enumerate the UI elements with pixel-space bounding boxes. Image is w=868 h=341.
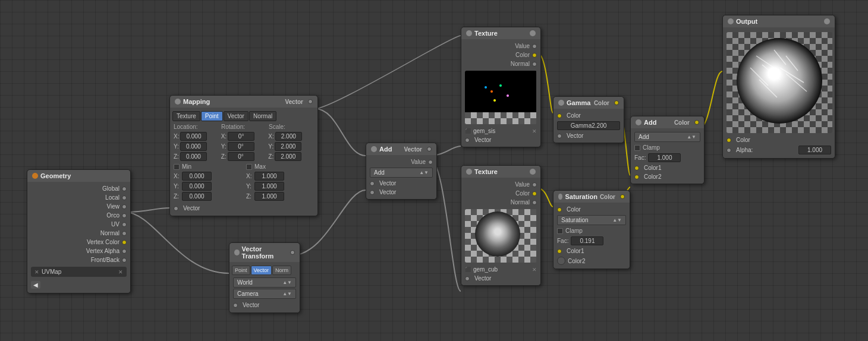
tex2-value-label: Value [515,181,530,188]
scale-y-input[interactable] [275,142,301,151]
tex2-normal-label: Normal [511,199,530,206]
tab-vector[interactable]: Vector [224,111,249,121]
add2-color2-socket [634,175,639,179]
saturation-body: Color Saturation ▲▼ Clamp Fac: Color1 Co… [553,203,630,269]
output-body: Color Alpha: [723,27,835,158]
mapping-vector-in-socket [174,206,178,211]
min-z-input[interactable] [182,192,212,201]
mapping-tabs: Texture Point Vector Normal [170,110,317,122]
output-color-label: Color [736,137,750,143]
add2-dropdown[interactable]: Add ▲▼ [634,132,700,142]
sat-dropdown[interactable]: Saturation ▲▼ [557,215,626,225]
output-alpha-socket [727,148,731,153]
max-checkbox[interactable] [246,164,252,170]
output-title: Output [736,18,757,25]
add2-body: Add ▲▼ Clamp Fac: Color1 Color2 [631,128,704,184]
add1-dropdown[interactable]: Add ▲▼ [370,168,433,178]
add2-color-out-socket [694,120,699,125]
uvmap-icon: ✕ [34,269,39,275]
sat-clamp-row: Clamp [553,226,630,235]
rot-z-input[interactable] [228,152,254,161]
max-y-input[interactable] [254,182,284,191]
sat-color-out-socket [620,194,625,199]
min-x-lbl: X: [174,173,181,179]
tab-normal[interactable]: Normal [249,111,276,121]
tex1-name: gem_sis [473,128,495,134]
uv-row: UV [27,220,130,229]
min-y-input[interactable] [182,182,212,191]
loc-z-input[interactable] [180,152,207,161]
scale-x-input[interactable] [275,132,302,141]
vertex-alpha-row: Vertex Alpha [27,247,130,255]
rot-x-input[interactable] [228,132,254,141]
gamma-color-in-socket [557,113,562,118]
tab-texture[interactable]: Texture [172,111,200,121]
gamma-header: Gamma Color [553,97,624,109]
add2-clamp-checkbox[interactable] [634,145,640,151]
location-header: Location: [174,124,219,130]
tex2-close-btn[interactable]: ✕ [532,267,537,273]
uvmap-close[interactable]: ✕ [118,269,123,275]
sat-color-out-label: Color [600,194,615,200]
vt-norm-btn[interactable]: Norm [272,266,291,275]
vt-vector-btn[interactable]: Vector [251,266,272,275]
tex2-color-socket [532,191,537,196]
rot-y-input[interactable] [228,142,254,151]
loc-y-input[interactable] [180,142,207,151]
add1-title: Add [379,146,392,153]
max-x-input[interactable] [254,172,284,181]
max-y-lbl: Y: [246,183,253,190]
min-x-input[interactable] [182,172,212,181]
mapping-node: Mapping Vector Texture Point Vector Norm… [169,95,318,216]
gamma-value-input[interactable] [557,121,620,130]
vt-from-dropdown[interactable]: World ▲▼ [233,277,296,288]
uvmap-value: UVMap [42,269,61,275]
add2-color2-label: Color2 [644,173,661,180]
sat-toggle[interactable] [557,257,565,265]
scale-header: Scale: [269,124,314,130]
uvmap-prev: ◀ [31,281,40,289]
saturation-node: Saturation Color Color Saturation ▲▼ Cla… [553,190,630,269]
scale-z-input[interactable] [275,152,301,161]
orco-socket [122,213,127,218]
texture2-node: Texture Value Color Normal ⬛ gem_cub ✕ V… [461,165,541,286]
output-alpha-input[interactable] [798,146,831,154]
sat-clamp-checkbox[interactable] [557,228,563,234]
texture1-node: Texture Value Color Normal ⬛ gem_sis ✕ V… [461,27,541,147]
tex1-close-btn[interactable]: ✕ [532,128,537,134]
saturation-header: Saturation Color [553,191,630,203]
tex2-close[interactable] [530,169,536,175]
add1-dropdown-value: Add [374,169,385,176]
texture2-body: Value Color Normal ⬛ gem_cub ✕ Vector [461,178,540,285]
vt-point-btn[interactable]: Point [232,266,250,275]
vt-vector-in-socket [233,303,238,308]
normal-row: Normal [27,229,130,238]
sat-fac-label: Fac: [557,238,568,244]
add2-dropdown-value: Add [639,134,649,140]
global-label: Global [102,185,119,192]
gamma-color-in-label: Color [567,112,581,119]
add2-fac-input[interactable] [648,153,681,162]
tab-point[interactable]: Point [201,111,223,121]
tex1-value-socket [532,44,537,49]
output-close[interactable] [824,18,830,24]
min-checkbox[interactable] [174,164,180,170]
add1-vector1-label: Vector [379,180,396,187]
vt-to-dropdown[interactable]: Camera ▲▼ [233,289,296,299]
tex1-thumb-icon: ⬛ [465,128,471,134]
max-z-input[interactable] [254,192,284,201]
add2-dot [636,119,641,125]
sat-fac-input[interactable] [571,236,603,245]
geometry-dot [32,173,38,179]
min-z-lbl: Z: [174,193,181,200]
add1-vector2-socket [370,190,375,195]
tex2-vector-in-label: Vector [474,275,491,282]
mapping-title: Mapping [183,98,210,105]
mapping-vector-in-label: Vector [183,205,200,211]
add2-color-out-label: Color [674,119,690,126]
max-z-lbl: Z: [246,193,253,200]
loc-x-input[interactable] [180,132,207,141]
global-socket [122,187,127,191]
vertex-color-label: Vertex Color [87,239,119,245]
tex1-close[interactable] [530,30,536,36]
